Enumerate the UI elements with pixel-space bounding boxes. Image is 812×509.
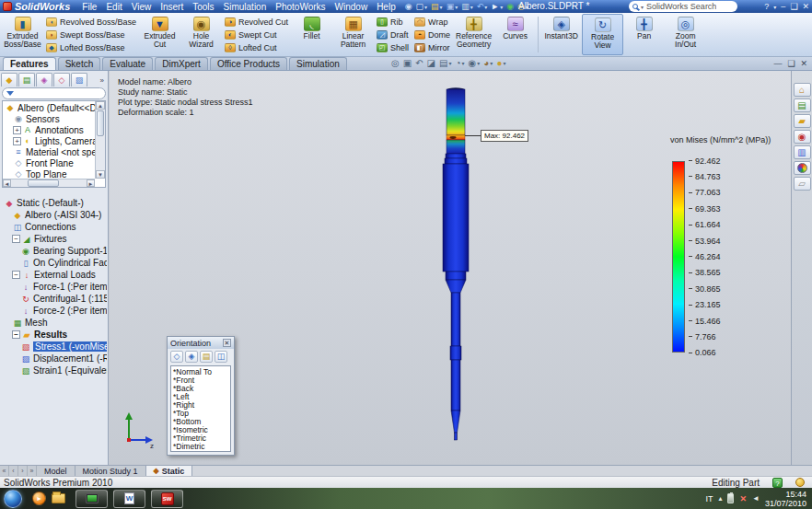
tree-item[interactable]: −◢Fixtures (2, 233, 107, 245)
menu-photoworks[interactable]: PhotoWorks (271, 2, 330, 12)
menu-edit[interactable]: Edit (101, 2, 126, 12)
ribbon-button-rotate-view[interactable]: ↻Rotate View (582, 14, 623, 55)
feature-tree-vscrollbar[interactable]: ▲ ▼ (95, 101, 105, 179)
ribbon-button-zoom-in-out[interactable]: ◎Zoom In/Out (665, 14, 706, 55)
ribbon-button-mirror[interactable]: ◧Mirror (412, 41, 453, 53)
doc-minimize-icon[interactable]: — (773, 59, 782, 68)
dropdown-caret-icon[interactable]: ▾ (448, 60, 451, 66)
scroll-left-icon[interactable]: ◄ (3, 179, 11, 187)
word-taskbar-button[interactable]: W (113, 490, 145, 508)
menu-simulation[interactable]: Simulation (219, 2, 272, 12)
ribbon-button-extruded-boss[interactable]: ▮Extruded Boss/Base (2, 14, 43, 55)
select-icon[interactable]: ►▾ (489, 1, 505, 13)
ribbon-button-draft[interactable]: ◿Draft (374, 29, 412, 40)
display-window-taskbar-button[interactable] (75, 490, 108, 508)
rebuild-icon[interactable]: ◉ (505, 1, 516, 13)
battery-icon[interactable] (727, 493, 734, 503)
ribbon-button-lofted-boss[interactable]: ◆Lofted Boss/Base (43, 41, 139, 53)
start-button[interactable] (4, 490, 22, 508)
max-stress-annotation[interactable]: Max: 92.462 (481, 130, 528, 142)
tree-item[interactable]: ◆Albero (-AISI 304-) (2, 209, 107, 221)
doc-tab-model[interactable]: Model (37, 466, 75, 476)
tree-expander-icon[interactable]: − (12, 330, 20, 339)
ribbon-button-hole-wizard[interactable]: ◉Hole Wizard (180, 14, 222, 55)
tree-item[interactable]: ◉Bearing Support-1 (2, 245, 107, 257)
search-input[interactable]: ▾ SolidWorks Search (629, 1, 737, 12)
appearances-icon[interactable] (794, 161, 811, 175)
tree-item[interactable]: ◆Static (-Default-) (2, 197, 107, 209)
tree-filter-input[interactable] (2, 87, 106, 99)
dropdown-caret-icon[interactable]: ▾ (490, 60, 493, 66)
search-dropdown-icon[interactable]: ▾ (641, 4, 644, 10)
print-icon[interactable]: ▥▾ (459, 1, 475, 13)
folder-icon[interactable] (52, 493, 65, 503)
preview-icon[interactable]: ◫ (215, 351, 227, 363)
tree-item[interactable]: ▨Displacement1 (-Res disp (2, 353, 107, 364)
display-style-icon[interactable]: ◔▾ (456, 58, 465, 68)
dropdown-caret-icon[interactable]: ▾ (424, 4, 427, 10)
save-icon[interactable]: ▣▾ (445, 1, 460, 13)
minimize-icon[interactable]: – (781, 2, 785, 11)
scroll-right-icon[interactable]: ► (87, 179, 95, 187)
ribbon-button-dome[interactable]: ◓Dome (412, 29, 453, 40)
previous-view-icon[interactable]: ↶ (415, 58, 423, 68)
menu-help[interactable]: Help (372, 2, 400, 12)
dropdown-caret-icon[interactable]: ▾ (440, 4, 443, 10)
tree-item[interactable]: ◇Front Plane (3, 157, 95, 168)
ribbon-button-extruded-cut[interactable]: ▼Extruded Cut (139, 14, 180, 55)
media-player-icon[interactable]: ▸ (32, 492, 46, 505)
ribbon-button-linear-pattern[interactable]: ▦Linear Pattern (332, 14, 374, 55)
displaymanager-tab[interactable]: ▨ (71, 73, 87, 87)
doc-restore-icon[interactable]: ❑ (787, 59, 795, 68)
undo-icon[interactable]: ↶▾ (475, 1, 490, 13)
ribbon-button-fillet[interactable]: ◟Fillet (291, 14, 332, 55)
new-view-icon[interactable]: ▤ (200, 351, 213, 363)
tree-expander-icon[interactable]: − (12, 271, 20, 279)
new-icon[interactable]: ▢▾ (414, 1, 430, 13)
tree-expander-icon[interactable]: + (13, 137, 21, 145)
ribbon-button-pan[interactable]: ╋Pan (623, 14, 665, 55)
tree-item[interactable]: ◫Connections (2, 221, 107, 233)
shaft-model[interactable] (428, 83, 483, 446)
ribbon-button-shell[interactable]: ◰Shell (374, 41, 412, 53)
design-library-icon[interactable]: ▤ (794, 98, 811, 112)
ribbon-button-curves[interactable]: ≈Curves (494, 14, 536, 55)
tree-item[interactable]: ▯On Cylindrical Faces-1 (: (2, 257, 107, 269)
tab-features[interactable]: Features (3, 57, 56, 70)
hscroll-thumb[interactable] (28, 179, 59, 187)
ribbon-button-instant3d[interactable]: ◈Instant3D (540, 14, 582, 55)
dropdown-caret-icon[interactable]: ▾ (462, 60, 465, 66)
dropdown-caret-icon[interactable]: ▾ (455, 4, 458, 10)
menu-view[interactable]: View (127, 2, 157, 12)
ribbon-button-swept-cut[interactable]: ◐Swept Cut (222, 29, 291, 40)
scroll-down-icon[interactable]: ▼ (96, 170, 105, 179)
orientation-view-item[interactable]: *Dimetric (173, 443, 228, 451)
dropdown-caret-icon[interactable]: ▾ (484, 4, 487, 10)
taskbar-clock[interactable]: 15:44 31/07/2010 (765, 490, 808, 508)
tab-scroll-last-icon[interactable]: » (28, 466, 37, 476)
zoom-to-fit-icon[interactable]: ◎ (391, 58, 400, 68)
scene-icon[interactable]: ●▾ (496, 58, 505, 68)
ribbon-button-wrap[interactable]: ◠Wrap (412, 16, 453, 28)
doc-close-icon[interactable]: ✕ (800, 59, 807, 68)
scroll-up-icon[interactable]: ▲ (96, 101, 105, 110)
dropdown-caret-icon[interactable]: ▾ (477, 60, 480, 66)
orientation-dialog[interactable]: Orientation ✕ ◇◈▤◫ *Normal To*Front*Back… (167, 336, 235, 456)
tab-simulation[interactable]: Simulation (289, 57, 347, 70)
ribbon-button-lofted-cut[interactable]: ◊Lofted Cut (222, 41, 291, 53)
ribbon-button-revolved-cut[interactable]: ◑Revolved Cut (222, 16, 291, 28)
expand-panel-chevron-icon[interactable]: » (100, 76, 107, 87)
view-palette-icon[interactable]: ▥ (794, 145, 811, 159)
restore-icon[interactable]: ❑ (790, 2, 797, 11)
vscroll-thumb[interactable] (97, 110, 104, 136)
feature-tree-hscrollbar[interactable]: ◄ ► (3, 179, 95, 187)
dropdown-caret-icon[interactable]: ▾ (503, 60, 505, 66)
hide-show-items-icon[interactable]: ◉▾ (469, 58, 481, 68)
tree-item[interactable]: ▧Strain1 (-Equivalent-) (2, 364, 107, 376)
search-icon[interactable]: ◉ (794, 130, 811, 144)
ribbon-button-swept-boss[interactable]: ◗Swept Boss/Base (43, 29, 139, 40)
language-indicator[interactable]: IT (705, 494, 713, 503)
help-caret-icon[interactable]: ▾ (773, 4, 776, 10)
orientation-titlebar[interactable]: Orientation ✕ (168, 337, 234, 349)
tab-scroll-prev-icon[interactable]: ‹ (9, 466, 18, 476)
